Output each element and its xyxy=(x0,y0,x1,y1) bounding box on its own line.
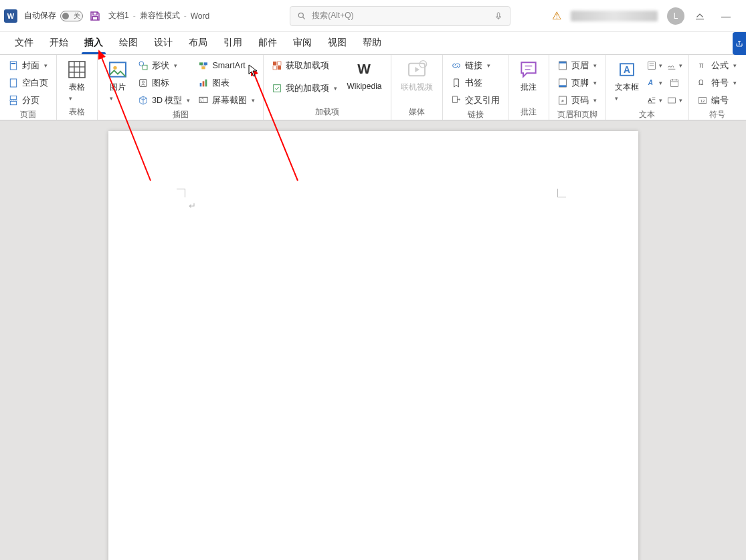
tab-home[interactable]: 开始 xyxy=(41,33,76,54)
3d-models-button[interactable]: 3D 模型▾ xyxy=(135,92,193,108)
svg-rect-56 xyxy=(671,80,678,86)
svg-rect-4 xyxy=(11,63,16,64)
blank-page-button[interactable]: 空白页 xyxy=(5,75,51,91)
avatar[interactable]: L xyxy=(667,7,684,25)
group-illustrations: 图片▾ 形状▾ 图标 3D 模型▾ SmartArt 图表 屏幕截图▾ 插图 xyxy=(98,55,264,120)
header-button[interactable]: 页眉▾ xyxy=(555,58,599,74)
ribbon-tabs: 文件 开始 插入 绘图 设计 布局 引用 邮件 审阅 视图 帮助 xyxy=(0,32,746,55)
tab-mailings[interactable]: 邮件 xyxy=(250,33,285,54)
group-label-illustrations: 插图 xyxy=(103,108,258,121)
mic-icon[interactable] xyxy=(494,11,503,21)
wordart-icon: A xyxy=(646,78,657,88)
search-box[interactable]: 搜索(Alt+Q) xyxy=(290,6,510,26)
chart-icon xyxy=(198,78,209,88)
online-video-button: 联机视频 xyxy=(397,58,437,94)
page-number-button[interactable]: #页码▾ xyxy=(555,92,599,108)
word-app-icon: W xyxy=(4,9,17,23)
tab-view[interactable]: 视图 xyxy=(320,33,355,54)
icons-button[interactable]: 图标 xyxy=(135,75,193,91)
tab-layout[interactable]: 布局 xyxy=(181,33,215,54)
ribbon-display-icon[interactable] xyxy=(694,10,706,22)
table-button[interactable]: 表格▾ xyxy=(62,58,92,104)
cross-reference-button[interactable]: 交叉引用 xyxy=(448,92,502,108)
svg-text:12: 12 xyxy=(701,99,705,103)
bookmark-icon xyxy=(451,78,462,88)
group-links: 链接▾ 书签 交叉引用 链接 xyxy=(443,55,508,120)
signature-line-button[interactable]: ▾ xyxy=(666,58,683,74)
bookmark-button[interactable]: 书签 xyxy=(448,75,502,91)
svg-rect-24 xyxy=(203,81,205,86)
my-addins-button[interactable]: 我的加载项▾ xyxy=(269,80,340,96)
group-comments: 批注 批注 xyxy=(508,55,549,120)
pictures-icon xyxy=(107,59,128,80)
svg-rect-20 xyxy=(199,62,203,65)
warning-icon[interactable]: ⚠ xyxy=(552,9,561,22)
wordart-button[interactable]: A▾ xyxy=(646,75,663,91)
pictures-button[interactable]: 图片▾ xyxy=(103,58,132,104)
tab-references[interactable]: 引用 xyxy=(215,33,250,54)
svg-rect-3 xyxy=(10,62,16,70)
svg-rect-60 xyxy=(668,98,676,103)
wikipedia-button[interactable]: W Wikipedia xyxy=(343,58,385,92)
tab-insert[interactable]: 插入 xyxy=(76,33,111,54)
quick-parts-button[interactable]: ▾ xyxy=(646,58,663,74)
tab-draw[interactable]: 绘图 xyxy=(111,33,146,54)
get-addins-button[interactable]: 获取加载项 xyxy=(269,58,340,74)
shapes-button[interactable]: 形状▾ xyxy=(135,58,193,74)
svg-rect-40 xyxy=(559,62,567,64)
number-button[interactable]: 12编号 xyxy=(694,92,739,108)
svg-text:Ω: Ω xyxy=(698,79,704,86)
group-header-footer: 页眉▾ 页脚▾ #页码▾ 页眉和页脚 xyxy=(549,55,605,120)
online-video-icon xyxy=(406,59,428,80)
svg-point-19 xyxy=(142,81,144,83)
textbox-icon: A xyxy=(616,59,638,80)
paragraph-mark: ↵ xyxy=(189,201,196,211)
tab-design[interactable]: 设计 xyxy=(146,33,181,54)
symbol-button[interactable]: Ω符号▾ xyxy=(694,75,739,91)
share-button[interactable] xyxy=(733,32,746,55)
title-bar: W 自动保存 关 文档1 - 兼容性模式 - Word 搜索(Alt+Q) ⚠ … xyxy=(0,0,746,32)
screenshot-button[interactable]: 屏幕截图▾ xyxy=(195,92,258,108)
svg-point-15 xyxy=(113,66,116,70)
comment-icon xyxy=(518,59,539,80)
app-name: Word xyxy=(191,11,209,21)
save-icon[interactable] xyxy=(88,9,102,23)
autosave-toggle[interactable]: 自动保存 关 xyxy=(24,10,83,21)
page-break-button[interactable]: 分页 xyxy=(5,92,51,108)
tab-review[interactable]: 审阅 xyxy=(285,33,320,54)
smartart-button[interactable]: SmartArt xyxy=(195,58,258,74)
search-icon xyxy=(297,11,306,21)
textbox-button[interactable]: A 文本框▾ xyxy=(611,58,643,104)
object-button[interactable]: ▾ xyxy=(666,92,683,108)
footer-button[interactable]: 页脚▾ xyxy=(555,75,599,91)
page[interactable]: ↵ xyxy=(108,131,638,560)
doc-name[interactable]: 文档1 xyxy=(108,10,129,21)
svg-text:W: W xyxy=(358,61,371,76)
group-pages: 封面▾ 空白页 分页 页面 xyxy=(0,55,57,120)
document-area[interactable]: ↵ xyxy=(0,120,746,560)
svg-rect-36 xyxy=(453,96,458,102)
group-tables: 表格▾ 表格 xyxy=(57,55,98,120)
toggle-switch[interactable]: 关 xyxy=(60,11,83,21)
page-break-icon xyxy=(8,95,19,106)
group-addins: 获取加载项 我的加载项▾ W Wikipedia 加载项 xyxy=(264,55,391,120)
tab-file[interactable]: 文件 xyxy=(7,33,41,54)
table-icon xyxy=(66,59,88,80)
equation-button[interactable]: π公式▾ xyxy=(694,58,739,74)
tab-help[interactable]: 帮助 xyxy=(355,33,389,54)
link-icon xyxy=(451,60,462,71)
drop-cap-button[interactable]: A▾ xyxy=(646,92,663,108)
svg-rect-6 xyxy=(10,96,16,99)
shapes-icon xyxy=(138,60,149,71)
signature-icon xyxy=(666,60,677,71)
cover-page-button[interactable]: 封面▾ xyxy=(5,58,51,74)
svg-text:A: A xyxy=(624,65,631,75)
minimize-button[interactable]: — xyxy=(715,11,737,21)
svg-point-0 xyxy=(298,13,303,17)
link-button[interactable]: 链接▾ xyxy=(448,58,502,74)
date-time-button[interactable] xyxy=(666,75,683,91)
comment-button[interactable]: 批注 xyxy=(514,58,543,94)
group-label-pages: 页面 xyxy=(5,108,51,121)
date-icon xyxy=(669,78,680,88)
chart-button[interactable]: 图表 xyxy=(195,75,258,91)
